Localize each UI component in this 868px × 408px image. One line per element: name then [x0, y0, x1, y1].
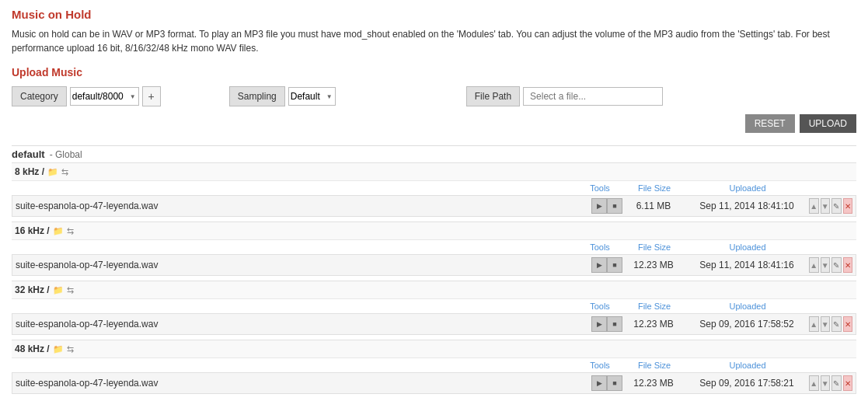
file-actions: ▲ ▼ ✎ ✕ [809, 316, 852, 332]
freq-8khz: 8 kHz / 📁 ⇆ [12, 162, 856, 180]
shuffle-icon-32khz[interactable]: ⇆ [67, 285, 74, 295]
col-tools-16khz: Tools [577, 242, 623, 252]
delete-button[interactable]: ✕ [843, 198, 853, 214]
freq-32khz: 32 kHz / 📁 ⇆ [12, 281, 856, 298]
file-row-16khz-0: suite-espanola-op-47-leyenda.wav ▶ ■ 12.… [12, 254, 856, 276]
move-up-button[interactable]: ▲ [809, 198, 819, 214]
group-default: default - Global [12, 145, 856, 162]
file-actions: ▲ ▼ ✎ ✕ [809, 375, 852, 391]
col-filesize-16khz: File Size [623, 242, 685, 252]
file-size: 12.23 MB [622, 319, 685, 330]
play-button[interactable]: ▶ [591, 257, 607, 273]
col-tools-48khz: Tools [577, 361, 623, 370]
col-tools-8khz: Tools [577, 183, 623, 193]
sampling-select[interactable]: Default 8kHz 16kHz 32kHz 48kHz [288, 87, 336, 106]
play-button[interactable]: ▶ [591, 316, 607, 332]
edit-button[interactable]: ✎ [831, 316, 842, 332]
move-down-button[interactable]: ▼ [821, 257, 831, 273]
folder-icon-16khz[interactable]: 📁 [53, 226, 64, 236]
edit-button[interactable]: ✎ [831, 375, 842, 391]
table-header-32khz: Tools File Size Uploaded [12, 298, 856, 313]
shuffle-icon-48khz[interactable]: ⇆ [67, 344, 74, 354]
section-title: Upload Music [12, 66, 856, 78]
groups-container: default - Global 8 kHz / 📁 ⇆ Tools File … [12, 145, 856, 394]
delete-button[interactable]: ✕ [843, 316, 853, 332]
file-name: suite-espanola-op-47-leyenda.wav [16, 201, 591, 211]
category-group: Category default/8000 + [12, 86, 161, 106]
add-category-button[interactable]: + [142, 86, 161, 106]
file-size: 12.23 MB [622, 260, 685, 270]
group-name: default [12, 148, 45, 160]
page-title: Music on Hold [12, 8, 856, 21]
col-uploaded-8khz: Uploaded [685, 183, 810, 193]
edit-button[interactable]: ✎ [831, 257, 842, 273]
folder-icon-48khz[interactable]: 📁 [53, 344, 64, 354]
stop-button[interactable]: ■ [607, 257, 622, 273]
delete-button[interactable]: ✕ [843, 257, 853, 273]
move-up-button[interactable]: ▲ [809, 375, 819, 391]
file-actions: ▲ ▼ ✎ ✕ [809, 257, 852, 273]
stop-button[interactable]: ■ [607, 316, 622, 332]
folder-icon-32khz[interactable]: 📁 [53, 285, 64, 295]
edit-button[interactable]: ✎ [831, 198, 842, 214]
shuffle-icon-8khz[interactable]: ⇆ [61, 167, 68, 177]
file-name: suite-espanola-op-47-leyenda.wav [16, 260, 591, 270]
sampling-group: Sampling Default 8kHz 16kHz 32kHz 48kHz [229, 86, 336, 106]
file-path-label: File Path [466, 86, 520, 106]
file-path-group: File Path [466, 86, 663, 106]
group-sub: - Global [50, 149, 82, 160]
action-row: RESET UPLOAD [12, 114, 856, 133]
shuffle-icon-16khz[interactable]: ⇆ [67, 226, 74, 236]
freq-48khz: 48 kHz / 📁 ⇆ [12, 340, 856, 357]
file-size: 6.11 MB [622, 201, 685, 211]
sampling-label: Sampling [229, 86, 285, 106]
file-size: 12.23 MB [622, 378, 685, 389]
col-uploaded-32khz: Uploaded [685, 302, 810, 311]
stop-button[interactable]: ■ [607, 375, 622, 391]
col-filesize-32khz: File Size [623, 302, 685, 311]
move-down-button[interactable]: ▼ [821, 316, 831, 332]
file-date: Sep 09, 2016 17:58:21 [685, 378, 809, 389]
category-select[interactable]: default/8000 [70, 87, 139, 106]
upload-row: Category default/8000 + Sampling Default… [12, 86, 856, 106]
file-row-48khz-0: suite-espanola-op-47-leyenda.wav ▶ ■ 12.… [12, 372, 856, 394]
col-filesize-48khz: File Size [623, 361, 685, 370]
sampling-select-wrapper: Default 8kHz 16kHz 32kHz 48kHz [288, 87, 336, 106]
category-select-wrapper: default/8000 [70, 87, 139, 106]
move-up-button[interactable]: ▲ [809, 257, 819, 273]
file-date: Sep 11, 2014 18:41:10 [685, 201, 809, 211]
table-header-48khz: Tools File Size Uploaded [12, 357, 856, 372]
description: Music on hold can be in WAV or MP3 forma… [12, 27, 856, 55]
freq-16khz-label: 16 kHz / [15, 225, 50, 236]
delete-button[interactable]: ✕ [843, 375, 853, 391]
play-button[interactable]: ▶ [591, 198, 607, 214]
table-header-8khz: Tools File Size Uploaded [12, 180, 856, 195]
file-name: suite-espanola-op-47-leyenda.wav [16, 319, 591, 330]
col-tools-32khz: Tools [577, 302, 623, 311]
file-row-32khz-0: suite-espanola-op-47-leyenda.wav ▶ ■ 12.… [12, 313, 856, 335]
file-path-input[interactable] [523, 87, 663, 106]
category-label: Category [12, 86, 67, 106]
file-actions: ▲ ▼ ✎ ✕ [809, 198, 852, 214]
file-date: Sep 11, 2014 18:41:16 [685, 260, 809, 270]
col-filesize-8khz: File Size [623, 183, 685, 193]
file-row-8khz-0: suite-espanola-op-47-leyenda.wav ▶ ■ 6.1… [12, 195, 856, 217]
col-uploaded-48khz: Uploaded [685, 361, 810, 370]
move-down-button[interactable]: ▼ [821, 198, 831, 214]
file-name: suite-espanola-op-47-leyenda.wav [16, 378, 591, 389]
upload-button[interactable]: UPLOAD [800, 114, 856, 133]
move-down-button[interactable]: ▼ [821, 375, 831, 391]
folder-icon-8khz[interactable]: 📁 [47, 167, 58, 177]
freq-16khz: 16 kHz / 📁 ⇆ [12, 221, 856, 239]
play-button[interactable]: ▶ [591, 375, 607, 391]
col-uploaded-16khz: Uploaded [685, 242, 810, 252]
freq-8khz-label: 8 kHz / [15, 166, 44, 177]
stop-button[interactable]: ■ [607, 198, 622, 214]
file-date: Sep 09, 2016 17:58:52 [685, 319, 809, 330]
reset-button[interactable]: RESET [745, 114, 795, 133]
table-header-16khz: Tools File Size Uploaded [12, 239, 856, 254]
freq-48khz-label: 48 kHz / [15, 343, 50, 354]
move-up-button[interactable]: ▲ [809, 316, 819, 332]
freq-32khz-label: 32 kHz / [15, 284, 50, 295]
